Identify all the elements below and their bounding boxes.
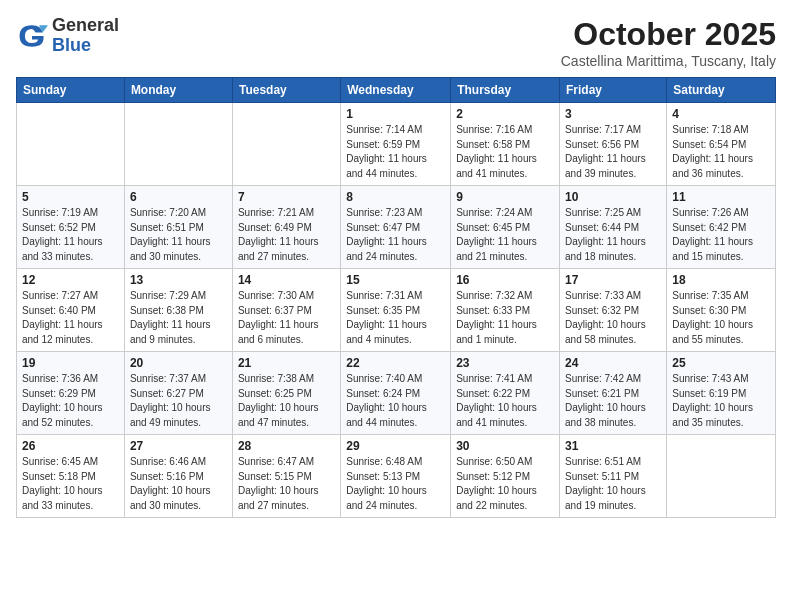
day-number: 31 — [565, 439, 661, 453]
calendar-cell: 24Sunrise: 7:42 AM Sunset: 6:21 PM Dayli… — [560, 352, 667, 435]
day-number: 12 — [22, 273, 119, 287]
day-info: Sunrise: 7:31 AM Sunset: 6:35 PM Dayligh… — [346, 289, 445, 347]
day-info: Sunrise: 7:33 AM Sunset: 6:32 PM Dayligh… — [565, 289, 661, 347]
calendar-cell: 17Sunrise: 7:33 AM Sunset: 6:32 PM Dayli… — [560, 269, 667, 352]
calendar-cell: 1Sunrise: 7:14 AM Sunset: 6:59 PM Daylig… — [341, 103, 451, 186]
day-number: 1 — [346, 107, 445, 121]
calendar-cell: 23Sunrise: 7:41 AM Sunset: 6:22 PM Dayli… — [451, 352, 560, 435]
calendar-header-row: SundayMondayTuesdayWednesdayThursdayFrid… — [17, 78, 776, 103]
day-number: 25 — [672, 356, 770, 370]
calendar-week-row: 19Sunrise: 7:36 AM Sunset: 6:29 PM Dayli… — [17, 352, 776, 435]
day-number: 28 — [238, 439, 335, 453]
day-info: Sunrise: 7:37 AM Sunset: 6:27 PM Dayligh… — [130, 372, 227, 430]
calendar-cell: 5Sunrise: 7:19 AM Sunset: 6:52 PM Daylig… — [17, 186, 125, 269]
day-info: Sunrise: 7:23 AM Sunset: 6:47 PM Dayligh… — [346, 206, 445, 264]
day-info: Sunrise: 7:32 AM Sunset: 6:33 PM Dayligh… — [456, 289, 554, 347]
day-number: 7 — [238, 190, 335, 204]
day-info: Sunrise: 7:40 AM Sunset: 6:24 PM Dayligh… — [346, 372, 445, 430]
day-info: Sunrise: 6:51 AM Sunset: 5:11 PM Dayligh… — [565, 455, 661, 513]
day-number: 22 — [346, 356, 445, 370]
day-info: Sunrise: 7:30 AM Sunset: 6:37 PM Dayligh… — [238, 289, 335, 347]
logo: General Blue — [16, 16, 119, 56]
calendar-cell: 3Sunrise: 7:17 AM Sunset: 6:56 PM Daylig… — [560, 103, 667, 186]
calendar-cell: 6Sunrise: 7:20 AM Sunset: 6:51 PM Daylig… — [124, 186, 232, 269]
calendar-cell: 31Sunrise: 6:51 AM Sunset: 5:11 PM Dayli… — [560, 435, 667, 518]
day-info: Sunrise: 7:35 AM Sunset: 6:30 PM Dayligh… — [672, 289, 770, 347]
day-info: Sunrise: 7:18 AM Sunset: 6:54 PM Dayligh… — [672, 123, 770, 181]
day-info: Sunrise: 7:25 AM Sunset: 6:44 PM Dayligh… — [565, 206, 661, 264]
calendar-cell — [124, 103, 232, 186]
day-number: 30 — [456, 439, 554, 453]
page-header: General Blue October 2025 Castellina Mar… — [16, 16, 776, 69]
day-number: 14 — [238, 273, 335, 287]
column-header-tuesday: Tuesday — [232, 78, 340, 103]
day-number: 17 — [565, 273, 661, 287]
calendar-cell: 22Sunrise: 7:40 AM Sunset: 6:24 PM Dayli… — [341, 352, 451, 435]
logo-blue-text: Blue — [52, 36, 119, 56]
calendar-cell: 25Sunrise: 7:43 AM Sunset: 6:19 PM Dayli… — [667, 352, 776, 435]
column-header-saturday: Saturday — [667, 78, 776, 103]
day-info: Sunrise: 6:46 AM Sunset: 5:16 PM Dayligh… — [130, 455, 227, 513]
day-number: 19 — [22, 356, 119, 370]
day-info: Sunrise: 7:21 AM Sunset: 6:49 PM Dayligh… — [238, 206, 335, 264]
calendar-cell: 10Sunrise: 7:25 AM Sunset: 6:44 PM Dayli… — [560, 186, 667, 269]
day-info: Sunrise: 7:38 AM Sunset: 6:25 PM Dayligh… — [238, 372, 335, 430]
day-number: 26 — [22, 439, 119, 453]
day-info: Sunrise: 7:36 AM Sunset: 6:29 PM Dayligh… — [22, 372, 119, 430]
day-number: 13 — [130, 273, 227, 287]
day-info: Sunrise: 7:20 AM Sunset: 6:51 PM Dayligh… — [130, 206, 227, 264]
day-number: 4 — [672, 107, 770, 121]
day-info: Sunrise: 7:26 AM Sunset: 6:42 PM Dayligh… — [672, 206, 770, 264]
day-info: Sunrise: 7:17 AM Sunset: 6:56 PM Dayligh… — [565, 123, 661, 181]
calendar-cell: 26Sunrise: 6:45 AM Sunset: 5:18 PM Dayli… — [17, 435, 125, 518]
calendar-week-row: 12Sunrise: 7:27 AM Sunset: 6:40 PM Dayli… — [17, 269, 776, 352]
calendar-cell: 7Sunrise: 7:21 AM Sunset: 6:49 PM Daylig… — [232, 186, 340, 269]
day-number: 6 — [130, 190, 227, 204]
month-title: October 2025 — [561, 16, 776, 53]
calendar-cell — [667, 435, 776, 518]
column-header-thursday: Thursday — [451, 78, 560, 103]
calendar-cell: 16Sunrise: 7:32 AM Sunset: 6:33 PM Dayli… — [451, 269, 560, 352]
title-block: October 2025 Castellina Marittima, Tusca… — [561, 16, 776, 69]
calendar-cell: 19Sunrise: 7:36 AM Sunset: 6:29 PM Dayli… — [17, 352, 125, 435]
day-info: Sunrise: 6:47 AM Sunset: 5:15 PM Dayligh… — [238, 455, 335, 513]
day-number: 18 — [672, 273, 770, 287]
day-info: Sunrise: 6:45 AM Sunset: 5:18 PM Dayligh… — [22, 455, 119, 513]
calendar-cell: 11Sunrise: 7:26 AM Sunset: 6:42 PM Dayli… — [667, 186, 776, 269]
day-number: 5 — [22, 190, 119, 204]
calendar-week-row: 26Sunrise: 6:45 AM Sunset: 5:18 PM Dayli… — [17, 435, 776, 518]
calendar-week-row: 1Sunrise: 7:14 AM Sunset: 6:59 PM Daylig… — [17, 103, 776, 186]
column-header-wednesday: Wednesday — [341, 78, 451, 103]
logo-icon — [16, 20, 48, 52]
day-info: Sunrise: 7:19 AM Sunset: 6:52 PM Dayligh… — [22, 206, 119, 264]
day-info: Sunrise: 7:16 AM Sunset: 6:58 PM Dayligh… — [456, 123, 554, 181]
day-info: Sunrise: 7:27 AM Sunset: 6:40 PM Dayligh… — [22, 289, 119, 347]
calendar-cell — [232, 103, 340, 186]
calendar-cell: 20Sunrise: 7:37 AM Sunset: 6:27 PM Dayli… — [124, 352, 232, 435]
calendar-cell: 9Sunrise: 7:24 AM Sunset: 6:45 PM Daylig… — [451, 186, 560, 269]
calendar-cell: 27Sunrise: 6:46 AM Sunset: 5:16 PM Dayli… — [124, 435, 232, 518]
day-number: 2 — [456, 107, 554, 121]
calendar-cell: 12Sunrise: 7:27 AM Sunset: 6:40 PM Dayli… — [17, 269, 125, 352]
day-number: 11 — [672, 190, 770, 204]
calendar-cell: 15Sunrise: 7:31 AM Sunset: 6:35 PM Dayli… — [341, 269, 451, 352]
calendar-cell: 4Sunrise: 7:18 AM Sunset: 6:54 PM Daylig… — [667, 103, 776, 186]
calendar-cell: 18Sunrise: 7:35 AM Sunset: 6:30 PM Dayli… — [667, 269, 776, 352]
day-number: 29 — [346, 439, 445, 453]
day-info: Sunrise: 7:41 AM Sunset: 6:22 PM Dayligh… — [456, 372, 554, 430]
calendar-cell: 28Sunrise: 6:47 AM Sunset: 5:15 PM Dayli… — [232, 435, 340, 518]
day-number: 8 — [346, 190, 445, 204]
day-number: 16 — [456, 273, 554, 287]
calendar-table: SundayMondayTuesdayWednesdayThursdayFrid… — [16, 77, 776, 518]
day-info: Sunrise: 7:14 AM Sunset: 6:59 PM Dayligh… — [346, 123, 445, 181]
day-info: Sunrise: 7:43 AM Sunset: 6:19 PM Dayligh… — [672, 372, 770, 430]
day-number: 24 — [565, 356, 661, 370]
calendar-week-row: 5Sunrise: 7:19 AM Sunset: 6:52 PM Daylig… — [17, 186, 776, 269]
day-number: 27 — [130, 439, 227, 453]
column-header-friday: Friday — [560, 78, 667, 103]
day-number: 10 — [565, 190, 661, 204]
day-info: Sunrise: 7:24 AM Sunset: 6:45 PM Dayligh… — [456, 206, 554, 264]
calendar-cell: 29Sunrise: 6:48 AM Sunset: 5:13 PM Dayli… — [341, 435, 451, 518]
day-info: Sunrise: 6:48 AM Sunset: 5:13 PM Dayligh… — [346, 455, 445, 513]
day-info: Sunrise: 7:29 AM Sunset: 6:38 PM Dayligh… — [130, 289, 227, 347]
